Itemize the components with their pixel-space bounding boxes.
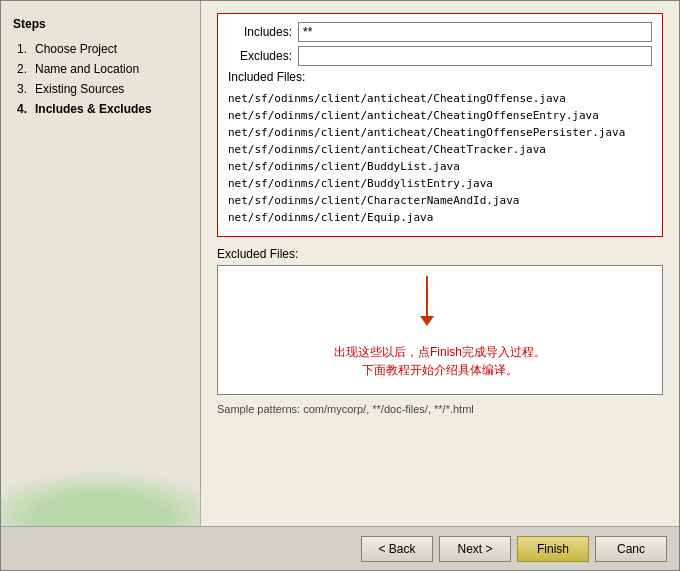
excluded-files-box: 出现这些以后，点Finish完成导入过程。 下面教程开始介绍具体编译。 xyxy=(217,265,663,395)
finish-button[interactable]: Finish xyxy=(517,536,589,562)
excluded-files-label: Excluded Files: xyxy=(217,247,663,261)
includes-excludes-section: Includes: Excludes: Included Files: net/… xyxy=(217,13,663,237)
list-item: net/sf/odinms/client/BuddylistEntry.java xyxy=(228,175,652,192)
sidebar-item-label: Existing Sources xyxy=(35,82,124,96)
list-item: net/sf/odinms/client/anticheat/CheatingO… xyxy=(228,107,652,124)
sidebar-item-existing-sources[interactable]: 3. Existing Sources xyxy=(1,79,200,99)
dialog: Steps 1. Choose Project 2. Name and Loca… xyxy=(0,0,680,571)
dialog-content: Steps 1. Choose Project 2. Name and Loca… xyxy=(1,1,679,526)
sidebar-item-num: 1. xyxy=(17,42,35,56)
back-button[interactable]: < Back xyxy=(361,536,433,562)
includes-label: Includes: xyxy=(228,25,298,39)
list-item: net/sf/odinms/client/BuddyList.java xyxy=(228,158,652,175)
sidebar-item-num: 3. xyxy=(17,82,35,96)
list-item: net/sf/odinms/client/anticheat/CheatTrac… xyxy=(228,141,652,158)
main-area: Includes: Excludes: Included Files: net/… xyxy=(201,1,679,526)
next-button[interactable]: Next > xyxy=(439,536,511,562)
sidebar-item-includes-excludes[interactable]: 4. Includes & Excludes xyxy=(1,99,200,119)
sidebar-item-choose-project[interactable]: 1. Choose Project xyxy=(1,39,200,59)
excludes-label: Excludes: xyxy=(228,49,298,63)
sidebar: Steps 1. Choose Project 2. Name and Loca… xyxy=(1,1,201,526)
excludes-row: Excludes: xyxy=(228,46,652,66)
includes-input[interactable] xyxy=(298,22,652,42)
annotation-text: 出现这些以后，点Finish完成导入过程。 下面教程开始介绍具体编译。 xyxy=(334,343,546,379)
excludes-input[interactable] xyxy=(298,46,652,66)
included-files-label: Included Files: xyxy=(228,70,652,84)
sidebar-item-label: Name and Location xyxy=(35,62,139,76)
annotation-line1: 出现这些以后，点Finish完成导入过程。 xyxy=(334,345,546,359)
sidebar-item-num: 2. xyxy=(17,62,35,76)
list-item: net/sf/odinms/client/anticheat/CheatingO… xyxy=(228,124,652,141)
arrow-head xyxy=(420,316,434,326)
excluded-files-section: Excluded Files: 出现这些以后，点Finish完成导入过程。 下面… xyxy=(217,247,663,395)
bottom-bar: < Back Next > Finish Canc xyxy=(1,526,679,570)
sidebar-item-label: Choose Project xyxy=(35,42,117,56)
list-item: net/sf/odinms/client/anticheat/CheatingO… xyxy=(228,90,652,107)
list-item: net/sf/odinms/client/CharacterNameAndId.… xyxy=(228,192,652,209)
cancel-button[interactable]: Canc xyxy=(595,536,667,562)
annotation-arrow xyxy=(420,276,434,326)
annotation-line2: 下面教程开始介绍具体编译。 xyxy=(362,363,518,377)
included-files-list: net/sf/odinms/client/anticheat/CheatingO… xyxy=(228,88,652,228)
includes-row: Includes: xyxy=(228,22,652,42)
sample-patterns: Sample patterns: com/mycorp/, **/doc-fil… xyxy=(217,403,663,415)
sidebar-title: Steps xyxy=(1,11,200,39)
sidebar-item-label: Includes & Excludes xyxy=(35,102,152,116)
sidebar-decoration xyxy=(1,446,201,526)
sidebar-item-num: 4. xyxy=(17,102,35,116)
arrow-line xyxy=(426,276,428,316)
list-item: net/sf/odinms/client/Equip.java xyxy=(228,209,652,226)
sidebar-item-name-location[interactable]: 2. Name and Location xyxy=(1,59,200,79)
